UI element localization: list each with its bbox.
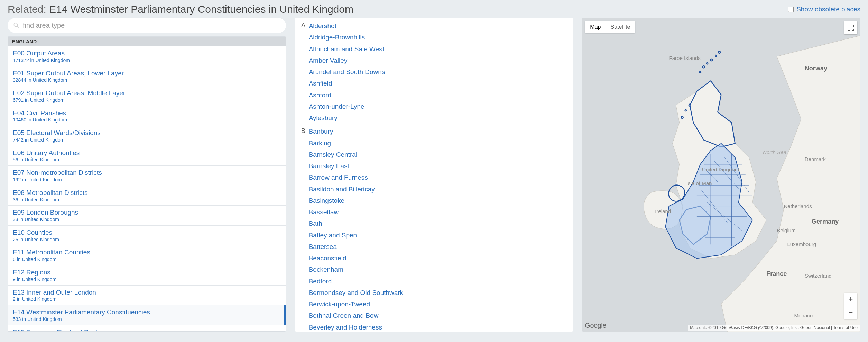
place-link[interactable]: Beverley and Holderness <box>309 322 567 332</box>
label-denmark: Denmark <box>805 156 826 162</box>
google-logo: Google <box>585 322 606 330</box>
place-link[interactable]: Ashfield <box>309 78 567 89</box>
place-link[interactable]: Beaconsfield <box>309 252 567 264</box>
place-link[interactable]: Barking <box>309 137 567 149</box>
place-link[interactable]: Arundel and South Downs <box>309 66 567 78</box>
area-type-name: E11 Metropolitan Counties <box>13 248 281 256</box>
area-type-subtitle: 533 in United Kingdom <box>13 316 281 322</box>
place-link[interactable]: Berwick-upon-Tweed <box>309 298 567 310</box>
place-link[interactable]: Aldridge-Brownhills <box>309 32 567 43</box>
area-type-name: E02 Super Output Areas, Middle Layer <box>13 89 281 97</box>
map-panel[interactable]: Map Satellite + − Google Map data ©2019 … <box>582 18 860 332</box>
label-netherlands: Netherlands <box>784 203 812 209</box>
area-type-name: E14 Westminster Parliamentary Constituen… <box>13 308 281 316</box>
fullscreen-button[interactable] <box>844 21 857 34</box>
svg-line-1 <box>17 26 19 28</box>
place-link[interactable]: Bassetlaw <box>309 206 567 218</box>
area-type-row[interactable]: E11 Metropolitan Counties6 in United Kin… <box>8 245 286 266</box>
place-link[interactable]: Barnsley Central <box>309 149 567 160</box>
area-type-name: E09 London Boroughs <box>13 208 281 217</box>
map-canvas[interactable]: Norway Denmark Germany Netherlands Belgi… <box>582 18 860 332</box>
map-type-switch: Map Satellite <box>585 21 635 33</box>
area-type-subtitle: 7442 in United Kingdom <box>13 137 281 143</box>
show-obsolete-checkbox[interactable] <box>788 7 794 12</box>
area-type-row[interactable]: E13 Inner and Outer London2 in United Ki… <box>8 286 286 306</box>
area-type-row[interactable]: E14 Westminster Parliamentary Constituen… <box>8 305 286 325</box>
area-type-list[interactable]: ENGLAND E00 Output Areas171372 in United… <box>8 36 286 332</box>
alpha-letter: B <box>301 126 309 135</box>
label-ireland: Ireland <box>655 208 671 214</box>
place-link[interactable]: Bath <box>309 218 567 229</box>
search-input[interactable] <box>8 18 286 33</box>
label-germany: Germany <box>812 218 839 225</box>
area-type-name: E10 Counties <box>13 228 281 237</box>
area-type-subtitle: 2 in United Kingdom <box>13 296 281 302</box>
group-header-england: ENGLAND <box>8 37 286 46</box>
area-type-name: E04 Civil Parishes <box>13 109 281 117</box>
area-type-name: E01 Super Output Areas, Lower Layer <box>13 69 281 78</box>
place-link[interactable]: Amber Valley <box>309 55 567 66</box>
place-link[interactable]: Bethnal Green and Bow <box>309 310 567 321</box>
area-type-row[interactable]: E08 Metropolitan Districts36 in United K… <box>8 186 286 206</box>
place-link[interactable]: Ashford <box>309 89 567 101</box>
area-type-row[interactable]: E05 Electoral Wards/Divisions7442 in Uni… <box>8 126 286 146</box>
label-belgium: Belgium <box>777 227 796 233</box>
label-north-sea: North Sea <box>763 149 786 155</box>
place-link[interactable]: Battersea <box>309 241 567 252</box>
place-link[interactable]: Basingstoke <box>309 195 567 206</box>
label-switzerland: Switzerland <box>805 273 832 279</box>
area-type-subtitle: 171372 in United Kingdom <box>13 57 281 63</box>
area-type-subtitle: 36 in United Kingdom <box>13 197 281 203</box>
place-link[interactable]: Beckenham <box>309 264 567 275</box>
place-link[interactable]: Bermondsey and Old Southwark <box>309 287 567 298</box>
area-type-subtitle: 6 in United Kingdom <box>13 256 281 262</box>
area-type-name: E13 Inner and Outer London <box>13 288 281 297</box>
place-link[interactable]: Barrow and Furness <box>309 172 567 183</box>
area-type-row[interactable]: E15 European Electoral Regions9 in Unite… <box>8 325 286 332</box>
zoom-in-button[interactable]: + <box>844 293 857 306</box>
area-type-subtitle: 192 in United Kingdom <box>13 177 281 183</box>
area-type-subtitle: 26 in United Kingdom <box>13 237 281 243</box>
area-type-row[interactable]: E04 Civil Parishes10460 in United Kingdo… <box>8 106 286 126</box>
label-france: France <box>766 270 787 277</box>
label-luxembourg: Luxembourg <box>787 241 816 247</box>
place-link[interactable]: Bedford <box>309 276 567 287</box>
places-list[interactable]: AAldershotAldridge-BrownhillsAltrincham … <box>295 18 573 332</box>
show-obsolete-label: Show obsolete places <box>796 6 860 13</box>
area-type-row[interactable]: E07 Non-metropolitan Districts192 in Uni… <box>8 166 286 186</box>
label-monaco: Monaco <box>794 313 813 318</box>
area-type-row[interactable]: E09 London Boroughs33 in United Kingdom <box>8 206 286 226</box>
place-link[interactable]: Ashton-under-Lyne <box>309 101 567 112</box>
area-type-row[interactable]: E02 Super Output Areas, Middle Layer6791… <box>8 86 286 106</box>
area-type-subtitle: 33 in United Kingdom <box>13 217 281 223</box>
area-type-row[interactable]: E10 Counties26 in United Kingdom <box>8 226 286 246</box>
label-faroe: Faroe Islands <box>669 55 701 61</box>
place-link[interactable]: Basildon and Billericay <box>309 183 567 195</box>
map-tab-satellite[interactable]: Satellite <box>606 21 635 33</box>
show-obsolete-toggle[interactable]: Show obsolete places <box>788 6 860 13</box>
area-type-name: E00 Output Areas <box>13 49 281 57</box>
map-credits: Map data ©2019 GeoBasis-DE/BKG (©2009), … <box>688 325 860 331</box>
area-type-row[interactable]: E00 Output Areas171372 in United Kingdom <box>8 46 286 66</box>
place-link[interactable]: Barnsley East <box>309 160 567 172</box>
svg-point-0 <box>14 23 18 27</box>
place-link[interactable]: Aylesbury <box>309 112 567 124</box>
zoom-control: + − <box>844 293 857 319</box>
label-iom: Isle of Man <box>686 180 712 186</box>
place-link[interactable]: Aldershot <box>309 20 567 32</box>
area-type-name: E15 European Electoral Regions <box>13 328 281 332</box>
area-type-subtitle: 9 in United Kingdom <box>13 277 281 282</box>
area-type-row[interactable]: E06 Unitary Authorities56 in United King… <box>8 146 286 166</box>
area-type-subtitle: 6791 in United Kingdom <box>13 97 281 103</box>
search-icon <box>13 22 19 28</box>
zoom-out-button[interactable]: − <box>844 306 857 319</box>
area-type-row[interactable]: E01 Super Output Areas, Lower Layer32844… <box>8 66 286 87</box>
place-link[interactable]: Batley and Spen <box>309 230 567 241</box>
label-norway: Norway <box>805 65 827 72</box>
place-link[interactable]: Banbury <box>309 126 567 137</box>
area-type-row[interactable]: E12 Regions9 in United Kingdom <box>8 266 286 286</box>
page-title: Related: E14 Westminster Parliamentary C… <box>8 3 353 15</box>
map-tab-map[interactable]: Map <box>585 21 606 33</box>
area-type-name: E12 Regions <box>13 268 281 277</box>
place-link[interactable]: Altrincham and Sale West <box>309 43 567 55</box>
